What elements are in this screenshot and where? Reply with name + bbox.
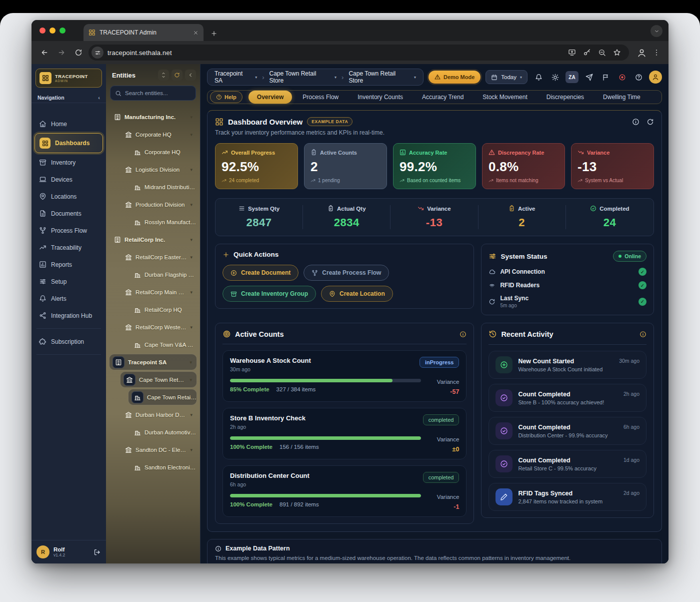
sidebar-item-subscription[interactable]: Subscription — [34, 334, 103, 349]
entity-search[interactable] — [110, 86, 196, 101]
create-inventory-group-button[interactable]: Create Inventory Group — [222, 286, 316, 302]
expand-collapse-all-button[interactable] — [158, 70, 169, 81]
tree-item-tracepoint-sa[interactable]: Tracepoint SA▾ — [109, 354, 197, 370]
tree-item-corporate-hq[interactable]: Corporate HQ▾ — [109, 126, 197, 143]
bookmark-star-icon[interactable] — [613, 49, 621, 57]
chevron-down-icon[interactable]: ▾ — [190, 325, 192, 330]
refresh-icon[interactable] — [646, 118, 654, 126]
chevron-down-icon[interactable]: ▾ — [190, 132, 192, 137]
create-location-button[interactable]: Create Location — [321, 286, 393, 302]
count-card-distribution-center[interactable]: Distribution Center Count 6h ago complet… — [222, 465, 466, 517]
feature-flags-button[interactable] — [600, 71, 612, 83]
sidebar-item-process-flow[interactable]: Process Flow — [34, 223, 103, 238]
date-range-selector[interactable]: Today▾ — [486, 70, 528, 84]
count-card-warehouse-a[interactable]: Warehouse A Stock Count 30m ago inProgre… — [222, 350, 466, 402]
chevron-down-icon[interactable]: ▾ — [190, 290, 192, 295]
tree-item-production-division[interactable]: Production Division▾ — [109, 196, 197, 213]
tree-item-midrand-distribution[interactable]: Midrand Distribution ... — [109, 179, 197, 195]
tree-item-rosslyn-manufacturing[interactable]: Rosslyn Manufacturi... — [109, 214, 197, 230]
locale-badge[interactable]: ZA — [566, 71, 578, 83]
chevron-down-icon[interactable]: ▾ — [190, 360, 192, 365]
info-icon[interactable] — [460, 331, 466, 338]
chevron-down-icon[interactable]: ▾ — [190, 167, 192, 172]
browser-tab[interactable]: TRACEPOINT Admin — [84, 24, 204, 41]
theme-toggle-button[interactable] — [549, 71, 561, 83]
breadcrumb-item-site[interactable]: Cape Town Retail Store▾ — [348, 70, 416, 84]
tab-discrepencies[interactable]: Discrepencies — [538, 91, 592, 104]
site-settings-icon[interactable] — [92, 47, 104, 59]
address-bar[interactable]: tracepoint.sethala.net — [88, 45, 629, 61]
tree-item-durban-automotive[interactable]: Durban Automotive ... — [109, 424, 197, 440]
chevron-down-icon[interactable]: ▾ — [190, 237, 192, 242]
info-icon[interactable] — [640, 331, 646, 338]
maximize-window-button[interactable] — [60, 28, 66, 34]
tree-item-sandton-electronics[interactable]: Sandton Electronics ... — [109, 459, 197, 475]
chevron-down-icon[interactable]: ▾ — [190, 202, 192, 207]
count-card-store-b[interactable]: Store B Inventory Check 2h ago completed — [222, 408, 466, 459]
chevron-down-icon[interactable]: ▾ — [190, 377, 192, 382]
tree-item-logistics-division[interactable]: Logistics Division▾ — [109, 161, 197, 178]
close-window-button[interactable] — [40, 28, 46, 34]
app-logo[interactable]: TRACEPOINT ADMIN — [36, 69, 102, 88]
tree-item-cape-town-retail-store[interactable]: Cape Town Retail St... — [128, 389, 197, 405]
sidebar-item-reports[interactable]: Reports — [34, 257, 103, 272]
tab-overview[interactable]: Overview — [248, 91, 292, 104]
sidebar-item-integration-hub[interactable]: Integration Hub — [34, 308, 103, 323]
tree-item-durban-flagship-store[interactable]: Durban Flagship Store — [109, 266, 197, 283]
tree-item-retailcorp-main-hq[interactable]: RetailCorp Main HQ▾ — [109, 284, 197, 300]
chevron-down-icon[interactable]: ▾ — [190, 255, 192, 260]
password-key-icon[interactable] — [583, 49, 591, 57]
tab-stock-movement[interactable]: Stock Movement — [474, 91, 536, 104]
sidebar-item-devices[interactable]: Devices — [34, 172, 103, 187]
breadcrumb-item-division[interactable]: Cape Town Retail Store▾ — [269, 70, 336, 84]
activity-item[interactable]: Count CompletedRetail Store C - 99.5% ac… — [488, 450, 646, 478]
sidebar-item-documents[interactable]: Documents — [34, 206, 103, 221]
tab-accuracy-trend[interactable]: Accuracy Trend — [414, 91, 472, 104]
create-document-button[interactable]: Create Document — [222, 265, 298, 281]
close-tab-icon[interactable] — [193, 30, 198, 36]
activity-item[interactable]: Count CompletedStore B - 100% accuracy a… — [488, 384, 646, 412]
tree-item-cape-town-va-store[interactable]: Cape Town V&A Store — [109, 336, 197, 353]
new-tab-button[interactable] — [210, 30, 218, 37]
tree-item-retailcorp-western[interactable]: RetailCorp Western...▾ — [109, 319, 197, 335]
record-button[interactable] — [616, 71, 628, 83]
user-avatar-button[interactable] — [649, 71, 662, 84]
logout-icon[interactable] — [94, 548, 101, 556]
info-icon[interactable] — [632, 118, 640, 126]
help-button[interactable] — [632, 71, 644, 83]
sidebar-collapse-icon[interactable]: ‹ — [98, 95, 100, 101]
browser-menu-icon[interactable] — [652, 49, 660, 57]
chevron-down-icon[interactable]: ▾ — [190, 115, 192, 120]
tree-item-manufacturing-inc[interactable]: Manufacturing Inc.▾ — [109, 109, 197, 125]
sidebar-item-home[interactable]: Home — [34, 116, 103, 132]
zoom-page-icon[interactable] — [598, 49, 606, 57]
tab-inventory-counts[interactable]: Inventory Counts — [349, 91, 412, 104]
tree-item-sandton-dc-electronics[interactable]: Sandton DC - Elect...▾ — [109, 441, 197, 458]
tree-item-durban-harbor-dc[interactable]: Durban Harbor DC ...▾ — [109, 406, 197, 423]
create-process-flow-button[interactable]: Create Process Flow — [304, 265, 389, 281]
sidebar-item-dashboards[interactable]: Dashboards — [34, 133, 103, 153]
activity-item[interactable]: RFID Tags Synced2,847 items now tracked … — [488, 483, 646, 511]
activity-item[interactable]: Count CompletedDistribution Center - 99.… — [488, 417, 646, 445]
sidebar-item-alerts[interactable]: Alerts — [34, 291, 103, 306]
tree-item-corporate-hq-site[interactable]: Corporate HQ — [109, 144, 197, 160]
breadcrumb-item-company[interactable]: Tracepoint SA▾ — [214, 70, 257, 84]
install-app-icon[interactable] — [568, 49, 576, 57]
tree-item-retailcorp-hq[interactable]: RetailCorp HQ — [109, 301, 197, 318]
tab-search-button[interactable] — [650, 25, 662, 37]
sidebar-item-locations[interactable]: Locations — [34, 189, 103, 204]
reload-button[interactable] — [72, 46, 86, 60]
tree-item-cape-town-retail[interactable]: Cape Town Retail ...▾ — [120, 371, 197, 388]
tree-item-retailcorp-inc[interactable]: RetailCorp Inc.▾ — [109, 231, 197, 248]
tab-dwelling-time[interactable]: Dwelling Time — [594, 91, 649, 104]
back-button[interactable] — [38, 46, 52, 60]
profile-icon[interactable] — [637, 48, 646, 58]
chevron-down-icon[interactable]: ▾ — [190, 412, 192, 417]
forward-button[interactable] — [54, 46, 68, 60]
notifications-button[interactable] — [532, 71, 544, 83]
help-tab-button[interactable]: Help — [210, 91, 242, 103]
user-profile[interactable]: R Rolf v1.4.2 — [32, 540, 106, 563]
demo-mode-badge[interactable]: Demo Mode — [428, 71, 480, 84]
sidebar-item-inventory[interactable]: Inventory — [34, 155, 103, 170]
whats-new-button[interactable] — [583, 71, 595, 83]
